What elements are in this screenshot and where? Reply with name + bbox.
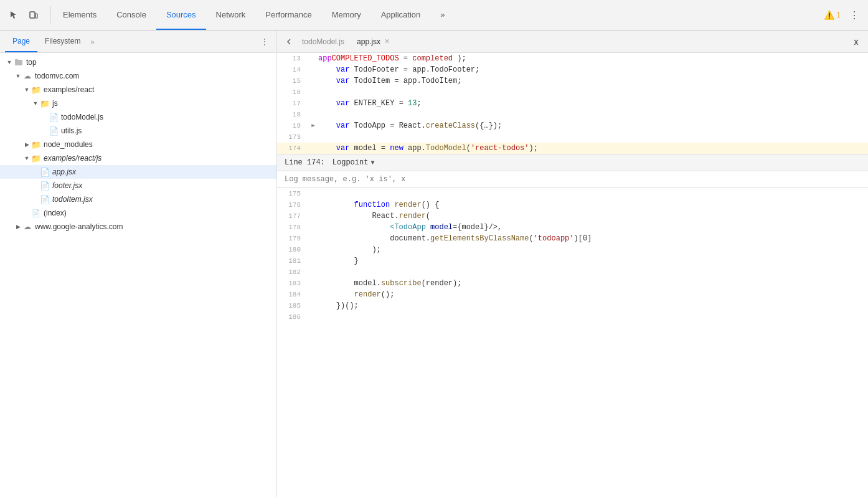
file-icon-todomodel: 📄 [49, 112, 59, 122]
code-panel: todoModel.js app.jsx ✕ 13 appCOMPLETED_T… [277, 31, 868, 497]
tree-item-footer-jsx[interactable]: 📄 footer.jsx [0, 179, 276, 192]
tree-label-js: js [52, 99, 58, 108]
folder-icon-examples-react: 📁 [31, 85, 41, 95]
tab-more[interactable]: » [430, 0, 455, 30]
cloud-icon-todomvc: ☁ [22, 71, 32, 81]
tree-item-examples-react-js[interactable]: 📁 examples/react/js [0, 151, 276, 165]
svg-rect-0 [30, 12, 35, 18]
code-line-185: 185 })(); [277, 300, 868, 311]
code-line-176: 176 function render() { [277, 199, 868, 211]
code-tab-close-btn[interactable]: ✕ [384, 37, 390, 45]
code-area: 13 appCOMPLETED_TODOS = completed ); 14 … [277, 53, 868, 497]
tree-item-node-modules[interactable]: 📁 node_modules [0, 138, 276, 151]
tree-item-top[interactable]: top [0, 55, 276, 69]
file-icon-app-jsx: 📄 [40, 167, 50, 177]
tree-item-utils[interactable]: 📄 utils.js [0, 124, 276, 138]
toolbar-icons [5, 6, 50, 24]
sidebar-header: Page Filesystem » ⋮ [0, 31, 276, 53]
code-line-15: 15 var TodoItem = app.TodoItem; [277, 75, 868, 87]
code-line-183: 183 model.subscribe(render); [277, 278, 868, 289]
cursor-icon-btn[interactable] [5, 6, 22, 24]
code-line-18: 18 [277, 109, 868, 120]
code-panel-right [849, 35, 863, 49]
tab-performance[interactable]: Performance [255, 0, 321, 30]
sidebar-tab-filesystem[interactable]: Filesystem [37, 31, 88, 52]
logpoint-bar: Line 174: Logpoint ▼ [277, 154, 868, 171]
toolbar-right: ⚠️ 1 ⋮ [824, 6, 863, 24]
tree-item-index[interactable]: 📄 (index) [0, 206, 276, 220]
sidebar-action-btn[interactable]: ⋮ [258, 35, 271, 49]
logpoint-type-dropdown[interactable]: Logpoint ▼ [333, 158, 375, 167]
code-tab-app-jsx[interactable]: app.jsx ✕ [351, 31, 396, 52]
collapse-panel-btn[interactable] [849, 35, 863, 49]
tree-label-examples-react: examples/react [44, 85, 94, 94]
tree-item-google-analytics[interactable]: ☁ www.google-analytics.com [0, 220, 276, 234]
tree-label-examples-react-js: examples/react/js [44, 154, 101, 163]
code-line-180: 180 ); [277, 244, 868, 255]
device-icon-btn[interactable] [25, 6, 42, 24]
tab-console[interactable]: Console [106, 0, 156, 30]
tree-label-todomvc: todomvc.com [35, 72, 79, 80]
folder-icon-top [14, 57, 24, 67]
file-icon-index: 📄 [31, 208, 41, 218]
tree-arrow-todomvc [14, 72, 22, 80]
file-tree: top ☁ todomvc.com 📁 examples/react 📁 [0, 53, 276, 497]
code-bottom-section: 175 176 function render() { 177 React.re… [277, 188, 868, 497]
tree-item-examples-react[interactable]: 📁 examples/react [0, 83, 276, 97]
code-top-section: 13 appCOMPLETED_TODOS = completed ); 14 … [277, 53, 868, 154]
code-line-186: 186 [277, 311, 868, 323]
tab-elements[interactable]: Elements [53, 0, 106, 30]
logpoint-input-bar [277, 171, 868, 188]
tree-arrow-examples-react-js [22, 154, 31, 163]
tree-arrow-examples-react [22, 85, 31, 94]
sidebar: Page Filesystem » ⋮ top [0, 31, 277, 497]
code-line-181: 181 } [277, 255, 868, 267]
tree-arrow-google-analytics [14, 222, 22, 231]
code-line-179: 179 document.getElementsByClassName('tod… [277, 233, 868, 244]
code-line-14: 14 var TodoFooter = app.TodoFooter; [277, 64, 868, 75]
tree-label-footer-jsx: footer.jsx [52, 181, 82, 190]
code-line-173: 173 [277, 131, 868, 143]
tree-item-todomvc[interactable]: ☁ todomvc.com [0, 69, 276, 83]
tree-label-utils: utils.js [61, 126, 82, 135]
tree-item-todomodel[interactable]: 📄 todoModel.js [0, 110, 276, 124]
file-icon-todoitem-jsx: 📄 [40, 194, 50, 204]
code-nav-back-btn[interactable] [282, 35, 296, 49]
tree-label-app-jsx: app.jsx [52, 168, 76, 176]
code-line-184: 184 render(); [277, 289, 868, 300]
tree-item-app-jsx[interactable]: 📄 app.jsx [0, 165, 276, 179]
file-icon-footer-jsx: 📄 [40, 181, 50, 191]
tab-network[interactable]: Network [206, 0, 256, 30]
tree-item-todoitem-jsx[interactable]: 📄 todoItem.jsx [0, 192, 276, 206]
code-panel-header: todoModel.js app.jsx ✕ [277, 31, 868, 53]
logpoint-type-label: Logpoint [333, 158, 369, 167]
tree-arrow-node-modules [22, 140, 31, 149]
more-options-btn[interactable]: ⋮ [846, 6, 863, 24]
code-line-178: 178 <TodoApp model={model}/>, [277, 222, 868, 233]
tree-arrow-top [5, 58, 14, 67]
code-line-16: 16 [277, 87, 868, 98]
logpoint-dropdown-arrow: ▼ [370, 159, 374, 166]
tab-memory[interactable]: Memory [322, 0, 371, 30]
sidebar-tab-page[interactable]: Page [5, 31, 37, 52]
warning-badge[interactable]: ⚠️ 1 [824, 10, 841, 20]
tree-label-node-modules: node_modules [44, 140, 93, 149]
tree-label-google-analytics: www.google-analytics.com [35, 222, 123, 231]
logpoint-line-label: Line 174: [285, 158, 325, 167]
folder-icon-js: 📁 [40, 98, 50, 108]
code-line-19: 19 ▶ var TodoApp = React.createClass({…}… [277, 120, 868, 131]
code-line-13: 13 appCOMPLETED_TODOS = completed ); [277, 53, 868, 64]
code-line-175: 175 [277, 188, 868, 199]
code-tab-todomodel[interactable]: todoModel.js [296, 31, 351, 52]
svg-rect-3 [15, 59, 18, 61]
tab-application[interactable]: Application [371, 0, 431, 30]
warning-icon: ⚠️ [824, 10, 834, 20]
code-line-177: 177 React.render( [277, 211, 868, 222]
devtools-main: Page Filesystem » ⋮ top [0, 31, 868, 497]
sidebar-tab-more[interactable]: » [88, 38, 97, 45]
tree-label-todoitem-jsx: todoItem.jsx [52, 195, 93, 204]
folder-icon-examples-react-js: 📁 [31, 153, 41, 163]
logpoint-input[interactable] [285, 175, 861, 184]
tree-item-js[interactable]: 📁 js [0, 97, 276, 110]
tab-sources[interactable]: Sources [156, 0, 206, 30]
